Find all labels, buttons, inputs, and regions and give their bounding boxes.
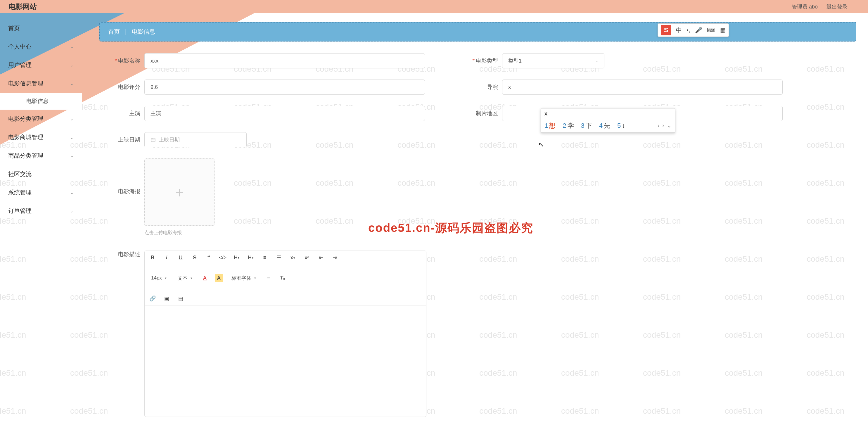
h1-button[interactable]: H₁ [233, 254, 241, 261]
release-placeholder: 上映日期 [159, 136, 180, 143]
ime-prev-icon[interactable]: ‹ [658, 122, 659, 129]
ime-preedit: x [541, 109, 675, 119]
label-rating: 电影评分 [102, 83, 140, 91]
text-style-select[interactable]: 文本▾ [175, 275, 195, 281]
bg-color-button[interactable]: A [215, 274, 223, 282]
chevron-down-icon: ⌄ [70, 190, 74, 195]
ime-grid-icon[interactable]: ▦ [720, 27, 726, 34]
h2-button[interactable]: H₂ [247, 254, 254, 261]
sidebar-item-system[interactable]: 系统管理⌄ [0, 183, 82, 202]
italic-button[interactable]: I [163, 254, 170, 261]
label-director: 导演 [460, 83, 498, 91]
editor-textarea[interactable] [145, 305, 426, 417]
logout-link[interactable]: 退出登录 [827, 3, 847, 10]
poster-upload[interactable]: ＋ [144, 158, 215, 226]
ime-voice-icon[interactable]: 🎤 [695, 27, 702, 34]
sidebar-item-home[interactable]: 首页 [0, 19, 82, 37]
indent-dec-button[interactable]: ⇤ [317, 254, 325, 261]
chevron-down-icon: ⌄ [70, 44, 74, 49]
desc-editor: B I U S ❝ </> H₁ H₂ ≡ ☰ x₂ x² ⇤ ⇥ [144, 250, 426, 417]
breadcrumb-home[interactable]: 首页 [108, 28, 120, 36]
chevron-down-icon: ⌄ [70, 117, 74, 121]
sidebar: 首页 个人中心⌄ 用户管理⌄ 电影信息管理⌄ 电影信息 电影分类管理⌄ 电影商城… [0, 13, 82, 421]
ime-punct-icon[interactable]: •, [686, 27, 690, 34]
admin-info[interactable]: 管理员 abo [792, 3, 818, 10]
image-button[interactable]: ▣ [163, 295, 170, 302]
superscript-button[interactable]: x² [303, 254, 311, 261]
underline-button[interactable]: U [177, 254, 184, 261]
label-poster: 电影海报 [102, 188, 140, 195]
movie-form: *电影名称 *电影类型 ⌄ 电影评分 导演 [99, 41, 856, 421]
sidebar-item-movie-info-mgmt[interactable]: 电影信息管理⌄ [0, 74, 82, 93]
quote-button[interactable]: ❝ [205, 254, 213, 261]
link-button[interactable]: 🔗 [149, 295, 156, 302]
ime-candidate-2[interactable]: 2学 [563, 121, 574, 130]
sidebar-item-community[interactable]: 社区交流 [0, 165, 82, 183]
chevron-down-icon: ⌄ [596, 58, 599, 63]
rating-input[interactable] [144, 80, 425, 95]
poster-upload-hint: 点击上传电影海报 [144, 230, 854, 236]
director-input[interactable] [502, 80, 783, 95]
release-date-picker[interactable]: 上映日期 [144, 132, 247, 147]
sidebar-item-orders[interactable]: 订单管理⌄ [0, 202, 82, 220]
sidebar-sub-movie-info[interactable]: 电影信息 [0, 93, 82, 110]
align-button[interactable]: ≡ [265, 274, 272, 282]
svg-rect-0 [151, 138, 155, 142]
ime-candidate-4[interactable]: 4先 [599, 121, 610, 130]
cast-input[interactable] [144, 106, 425, 121]
ime-candidate-5[interactable]: 5↓ [617, 122, 625, 129]
ul-button[interactable]: ☰ [275, 254, 283, 261]
subscript-button[interactable]: x₂ [289, 254, 297, 261]
video-button[interactable]: ▤ [177, 295, 184, 302]
main-content: 首页 | 电影信息 *电影名称 *电影类型 ⌄ [82, 13, 868, 421]
font-color-button[interactable]: A [201, 274, 209, 282]
chevron-down-icon: ⌄ [70, 135, 74, 140]
ime-lang[interactable]: 中 [676, 26, 682, 34]
label-desc: 电影描述 [102, 250, 140, 258]
font-size-select[interactable]: 14px▾ [149, 275, 169, 281]
strike-button[interactable]: S [191, 254, 198, 261]
ime-candidate-1[interactable]: 1想 [545, 121, 556, 130]
ime-candidate-3[interactable]: 3下 [581, 121, 592, 130]
bold-button[interactable]: B [149, 254, 156, 261]
ol-button[interactable]: ≡ [261, 254, 269, 261]
ime-toolbar[interactable]: S 中 •, 🎤 ⌨ ▦ [658, 23, 729, 37]
indent-inc-button[interactable]: ⇥ [331, 254, 339, 261]
ime-candidate-window: x 1想 2学 3下 4先 5↓ ‹›⌄ [541, 108, 675, 133]
breadcrumb-separator: | [125, 28, 127, 35]
label-region: 制片地区 [460, 110, 498, 117]
font-family-select[interactable]: 标准字体▾ [229, 275, 258, 281]
chevron-down-icon: ⌄ [70, 153, 74, 158]
ime-expand-icon[interactable]: ⌄ [667, 122, 671, 129]
sidebar-item-product-category[interactable]: 商品分类管理⌄ [0, 147, 82, 165]
label-movie-type: 电影类型 [476, 58, 498, 64]
sidebar-item-movie-category[interactable]: 电影分类管理⌄ [0, 110, 82, 128]
sidebar-item-users[interactable]: 用户管理⌄ [0, 56, 82, 74]
clear-format-button[interactable]: Tₓ [279, 274, 286, 282]
breadcrumb: 首页 | 电影信息 [99, 22, 856, 41]
ime-keyboard-icon[interactable]: ⌨ [707, 27, 715, 34]
movie-type-select[interactable] [502, 53, 604, 68]
sidebar-item-personal[interactable]: 个人中心⌄ [0, 37, 82, 56]
label-release: 上映日期 [102, 136, 140, 144]
app-header: 电影网站 管理员 abo 退出登录 [0, 0, 868, 13]
ime-logo-icon: S [661, 25, 671, 35]
site-title: 电影网站 [9, 2, 37, 11]
movie-name-input[interactable] [144, 53, 425, 68]
plus-icon: ＋ [173, 183, 186, 202]
label-cast: 主演 [102, 110, 140, 117]
chevron-down-icon: ⌄ [70, 209, 74, 213]
breadcrumb-current: 电影信息 [132, 28, 155, 36]
chevron-down-icon: ⌄ [70, 63, 74, 67]
sidebar-item-movie-store[interactable]: 电影商城管理⌄ [0, 128, 82, 147]
calendar-icon [151, 137, 156, 142]
label-movie-name: 电影名称 [118, 58, 140, 64]
mouse-cursor-icon: ↖ [538, 140, 544, 149]
code-button[interactable]: </> [219, 254, 226, 261]
editor-toolbar: B I U S ❝ </> H₁ H₂ ≡ ☰ x₂ x² ⇤ ⇥ [145, 251, 426, 305]
ime-next-icon[interactable]: › [662, 122, 664, 129]
chevron-down-icon: ⌄ [70, 81, 74, 86]
